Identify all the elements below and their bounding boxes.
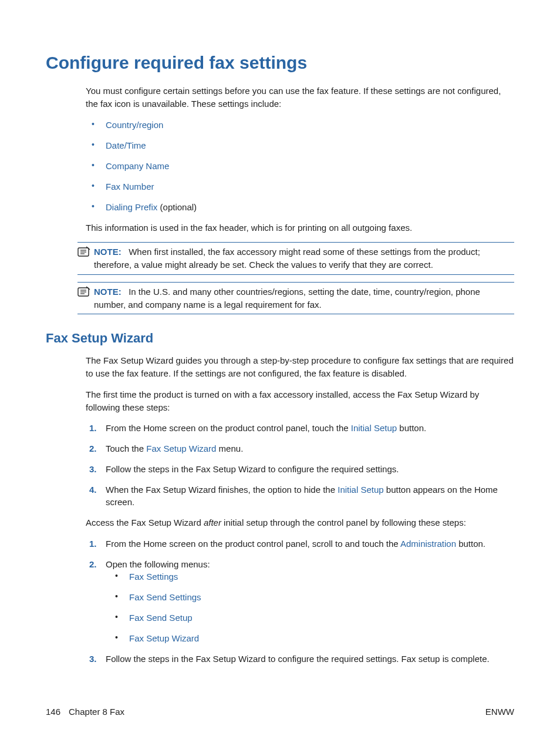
list-item: Date/Time: [86, 139, 514, 152]
list-link: Fax Send Settings: [129, 592, 201, 602]
settings-list: Country/region Date/Time Company Name Fa…: [86, 119, 514, 213]
list-item: Fax Settings: [109, 570, 514, 583]
step-item: When the Fax Setup Wizard finishes, the …: [86, 483, 514, 508]
step-item: From the Home screen on the product cont…: [86, 537, 514, 550]
steps-list-a: From the Home screen on the product cont…: [86, 422, 514, 508]
note-text: When first installed, the fax accessory …: [94, 247, 480, 270]
intro-paragraph: You must configure certain settings befo…: [86, 85, 514, 110]
step-item: Follow the steps in the Fax Setup Wizard…: [86, 463, 514, 475]
list-suffix: (optional): [157, 202, 197, 212]
list-item: Fax Send Setup: [109, 611, 514, 624]
wizard-content: The Fax Setup Wizard guides you through …: [86, 354, 514, 665]
list-link: Fax Number: [106, 182, 154, 191]
steps-list-b: From the Home screen on the product cont…: [86, 537, 514, 665]
list-item: Fax Setup Wizard: [109, 632, 514, 644]
step-item: From the Home screen on the product cont…: [86, 422, 514, 434]
wizard-paragraph: The Fax Setup Wizard guides you through …: [86, 354, 514, 380]
inline-link: Initial Setup: [338, 485, 383, 495]
note-icon: [77, 286, 92, 311]
note-label: NOTE:: [94, 287, 122, 297]
note-box: NOTE: When first installed, the fax acce…: [77, 242, 514, 275]
document-page: Configure required fax settings You must…: [0, 0, 560, 746]
list-item: Fax Send Settings: [109, 591, 514, 603]
page-number: 146: [46, 707, 60, 717]
list-item: Company Name: [86, 160, 514, 172]
wizard-paragraph: The first time the product is turned on …: [86, 388, 514, 414]
italic-text: after: [204, 518, 221, 527]
step-item: Open the following menus: Fax Settings F…: [86, 558, 514, 644]
note-label: NOTE:: [94, 247, 122, 257]
page-footer: 146 Chapter 8 Fax ENWW: [46, 707, 514, 717]
note-icon: [77, 246, 92, 271]
list-link: Fax Send Setup: [129, 613, 193, 623]
list-link: Company Name: [106, 161, 169, 171]
list-item: Fax Number: [86, 180, 514, 193]
note-body: NOTE: When first installed, the fax acce…: [94, 246, 514, 271]
notes-block: NOTE: When first installed, the fax acce…: [77, 242, 514, 314]
after-list-paragraph: This information is used in the fax head…: [86, 221, 514, 234]
list-item: Dialing Prefix (optional): [86, 201, 514, 213]
list-link: Fax Settings: [129, 572, 178, 582]
list-item: Country/region: [86, 119, 514, 131]
list-link: Date/Time: [106, 140, 146, 150]
inline-link: Fax Setup Wizard: [146, 443, 216, 453]
list-link: Dialing Prefix: [106, 202, 157, 212]
body-content: You must configure certain settings befo…: [86, 85, 514, 234]
list-link: Country/region: [106, 120, 163, 130]
footer-right: ENWW: [485, 707, 514, 717]
step-item: Follow the steps in the Fax Setup Wizard…: [86, 653, 514, 665]
chapter-label: Chapter 8 Fax: [69, 707, 124, 717]
sub-heading: Fax Setup Wizard: [46, 331, 514, 346]
footer-left: 146 Chapter 8 Fax: [46, 707, 124, 717]
note-body: NOTE: In the U.S. and many other countri…: [94, 285, 514, 311]
inline-link: Initial Setup: [351, 423, 397, 433]
sub-menu-list: Fax Settings Fax Send Settings Fax Send …: [109, 570, 514, 644]
inline-link: Administration: [400, 539, 456, 549]
note-text: In the U.S. and many other countries/reg…: [94, 287, 480, 310]
list-link: Fax Setup Wizard: [129, 633, 199, 643]
after-steps-paragraph: Access the Fax Setup Wizard after initia…: [86, 516, 514, 529]
page-heading: Configure required fax settings: [46, 53, 514, 73]
note-box: NOTE: In the U.S. and many other countri…: [77, 282, 514, 315]
step-item: Touch the Fax Setup Wizard menu.: [86, 442, 514, 455]
